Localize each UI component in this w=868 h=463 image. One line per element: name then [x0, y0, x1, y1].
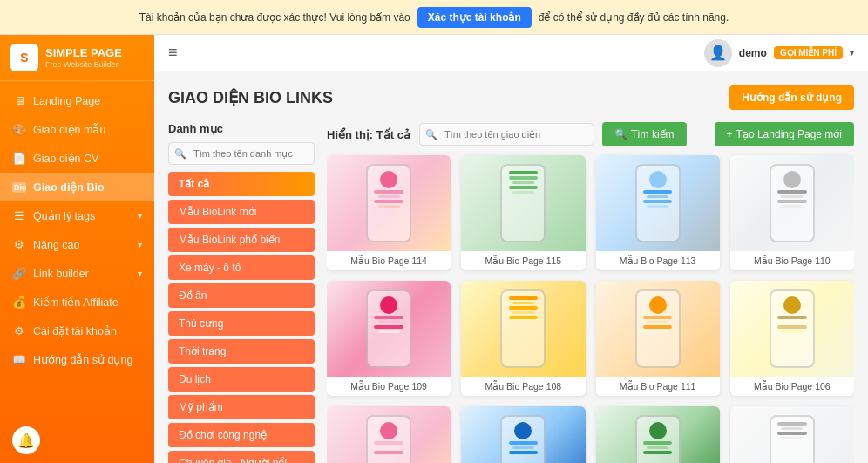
search-icon: 🔍: [174, 148, 186, 160]
gear-icon: ⚙: [12, 324, 26, 337]
guide-button[interactable]: Hướng dẫn sử dụng: [729, 85, 854, 110]
template-card-113[interactable]: Mẫu Bio Page 113: [596, 155, 720, 270]
template-card-109[interactable]: Mẫu Bio Page 109: [327, 281, 451, 396]
sidebar-logo: S SIMPLE PAGE Free Website Builder: [0, 35, 154, 81]
book-icon: 📖: [12, 353, 26, 366]
category-item-do-an[interactable]: Đồ ăn: [168, 283, 315, 308]
sidebar-item-giao-dien-cv[interactable]: 📄 Giao diện CV: [0, 144, 154, 173]
sidebar-item-link-builder[interactable]: 🔗 Link builder ▾: [0, 259, 154, 288]
logo-icon: S: [10, 44, 38, 71]
user-name: demo: [739, 47, 767, 59]
category-item-tat-ca[interactable]: Tất cả: [168, 172, 315, 196]
template-name-111: Mẫu Bio Page 111: [596, 377, 720, 396]
category-item-do-choi-cong-nghe[interactable]: Đồ chơi công nghệ: [168, 423, 315, 447]
user-plan-badge[interactable]: GỌI MIỄN PHÍ: [774, 46, 843, 59]
filter-label: Hiển thị: Tất cả: [327, 128, 410, 141]
template-thumb-r1: [327, 406, 451, 463]
category-item-thu-cung[interactable]: Thú cưng: [168, 311, 315, 336]
notif-text-after: để có thể sử dụng đầy đủ các tính năng.: [539, 11, 729, 24]
create-btn-label: Tạo Landing Page mới: [736, 128, 842, 140]
template-card-r1[interactable]: [327, 406, 451, 463]
template-card-106[interactable]: Mẫu Bio Page 106: [730, 281, 854, 396]
chevron-down-icon: ▾: [138, 240, 142, 249]
category-search-input[interactable]: [168, 142, 315, 165]
template-card-111[interactable]: Mẫu Bio Page 111: [596, 281, 720, 396]
template-card-108[interactable]: Mẫu Bio Page 108: [461, 281, 585, 396]
settings-icon: ⚙: [12, 238, 26, 251]
category-item-my-pham[interactable]: Mỹ phẩm: [168, 395, 315, 419]
main-layout: Danh mục 🔍 Tất cả Mẫu BioLink mới Mẫu Bi…: [168, 122, 854, 463]
template-thumb-r2: [461, 406, 585, 463]
search-button[interactable]: 🔍 Tìm kiếm: [602, 122, 687, 146]
sidebar-item-nang-cao[interactable]: ⚙ Nâng cao ▾: [0, 230, 154, 259]
template-name-110: Mẫu Bio Page 110: [730, 251, 854, 270]
sidebar-item-label: Landing Page: [33, 95, 100, 107]
template-thumb-109: [327, 281, 451, 377]
chevron-down-icon: ▾: [138, 269, 142, 278]
sidebar-item-label: Giao diện mẫu: [33, 123, 105, 136]
template-search-wrap: 🔍: [419, 123, 593, 146]
template-thumb-113: [596, 155, 720, 251]
notification-bar: Tài khoản của bạn chưa được xác thực! Vu…: [0, 0, 868, 35]
notif-text-before: Tài khoản của bạn chưa được xác thực! Vu…: [139, 11, 410, 24]
template-thumb-110: [730, 155, 854, 251]
template-card-r4[interactable]: [730, 406, 854, 463]
sidebar-item-kiem-tien-affiliate[interactable]: 💰 Kiếm tiền Affiliate: [0, 288, 154, 317]
search-icon: 🔍: [425, 129, 437, 140]
money-icon: 💰: [12, 296, 26, 309]
page-title: GIAO DIỆN BIO LINKS: [168, 88, 333, 107]
template-card-114[interactable]: Mẫu Bio Page 114: [327, 155, 451, 270]
sidebar-item-label: Quản lý tags: [33, 209, 95, 222]
template-card-r3[interactable]: [596, 406, 720, 463]
link-icon: 🔗: [12, 267, 26, 280]
template-thumb-115: [461, 155, 585, 251]
user-area: 👤 demo GỌI MIỄN PHÍ ▾: [704, 39, 854, 67]
user-dropdown-arrow[interactable]: ▾: [850, 48, 854, 58]
templates-panel: Hiển thị: Tất cả 🔍 🔍 Tìm kiếm + Tạo Land…: [327, 122, 854, 463]
verify-button[interactable]: Xác thực tài khoản: [417, 7, 532, 28]
sidebar-nav: 🖥 Landing Page 🎨 Giao diện mẫu 📄 Giao di…: [0, 81, 154, 418]
template-name-109: Mẫu Bio Page 109: [327, 377, 451, 396]
chevron-down-icon: ▾: [138, 211, 142, 221]
template-thumb-106: [730, 281, 854, 377]
sidebar-item-landing-page[interactable]: 🖥 Landing Page: [0, 86, 154, 115]
menu-icon: ☰: [12, 209, 26, 222]
create-landing-page-button[interactable]: + Tạo Landing Page mới: [715, 122, 854, 146]
template-name-108: Mẫu Bio Page 108: [461, 377, 585, 396]
logo-subtitle: Free Website Builder: [45, 60, 122, 69]
template-thumb-114: [327, 155, 451, 251]
template-name-114: Mẫu Bio Page 114: [327, 251, 451, 270]
category-item-xe-may[interactable]: Xe máy - ô tô: [168, 255, 315, 280]
monitor-icon: 🖥: [12, 94, 26, 107]
template-card-r2[interactable]: [461, 406, 585, 463]
sidebar-item-label: Giao diện Bio: [33, 180, 105, 194]
templates-grid: Mẫu Bio Page 114: [327, 155, 854, 463]
template-name-113: Mẫu Bio Page 113: [596, 251, 720, 270]
hamburger-menu[interactable]: ≡: [168, 44, 178, 62]
template-thumb-r3: [596, 406, 720, 463]
sidebar-item-giao-dien-mau[interactable]: 🎨 Giao diện mẫu: [0, 115, 154, 144]
page-header: GIAO DIỆN BIO LINKS Hướng dẫn sử dụng: [168, 85, 854, 110]
plus-icon: +: [727, 128, 733, 140]
template-card-115[interactable]: Mẫu Bio Page 115: [461, 155, 585, 270]
sidebar-item-cai-dat-tai-khoan[interactable]: ⚙ Cài đặt tài khoản: [0, 317, 154, 345]
page-content: GIAO DIỆN BIO LINKS Hướng dẫn sử dụng Da…: [154, 71, 868, 463]
template-search-input[interactable]: [419, 123, 593, 146]
sidebar-item-huong-dan[interactable]: 📖 Hướng dẫn sử dụng: [0, 345, 154, 374]
document-icon: 📄: [12, 152, 26, 165]
sidebar-item-label: Link builder: [33, 268, 89, 280]
sidebar-item-giao-dien-bio[interactable]: Bio Giao diện Bio: [0, 173, 154, 201]
sidebar-bottom: 🔔: [0, 418, 154, 463]
category-item-mau-biolink-pho-bien[interactable]: Mẫu BioLink phổ biến: [168, 228, 315, 252]
category-item-chuyen-gia[interactable]: Chuyên gia - Người nổi tiếng: [168, 451, 315, 463]
category-item-thoi-trang[interactable]: Thời trang: [168, 339, 315, 364]
category-item-mau-biolink-moi[interactable]: Mẫu BioLink mới: [168, 200, 315, 224]
template-thumb-111: [596, 281, 720, 377]
notification-bell[interactable]: 🔔: [12, 426, 40, 454]
sidebar-item-quan-ly-tags[interactable]: ☰ Quản lý tags ▾: [0, 201, 154, 230]
palette-icon: 🎨: [12, 123, 26, 136]
sidebar-item-label: Nâng cao: [33, 239, 80, 251]
category-item-du-lich[interactable]: Du lịch: [168, 367, 315, 392]
template-card-110[interactable]: Mẫu Bio Page 110: [730, 155, 854, 270]
template-thumb-r4: [730, 406, 854, 463]
